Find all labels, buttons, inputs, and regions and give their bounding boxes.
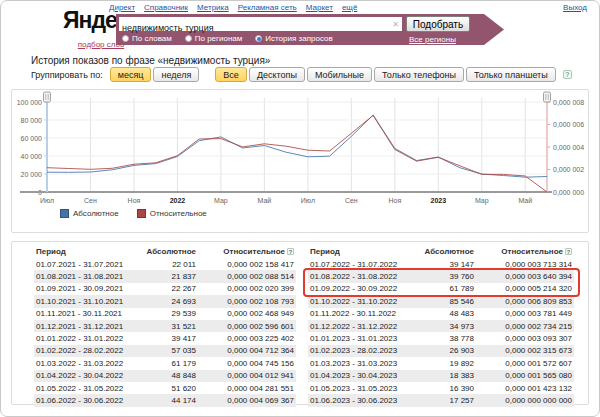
history-table-left: ПериодАбсолютноеОтносительное?01.07.2021… — [34, 245, 296, 407]
col-header-2: Относительное? — [196, 247, 296, 256]
range-slider-handle-right[interactable] — [544, 92, 551, 102]
regions-link[interactable]: Все регионы — [409, 35, 456, 44]
absolute-cell: 38 778 — [404, 334, 474, 343]
nav-link-3[interactable]: Рекламная сеть — [238, 3, 297, 12]
period-cell: 01.04.2022 - 30.04.2022 — [34, 371, 126, 380]
relative-cell: 0,000 006 809 853 — [474, 297, 574, 306]
mode-radio-1[interactable]: По регионам — [185, 34, 243, 43]
relative-cell: 0,000 001 423 132 — [474, 384, 574, 393]
relative-cell: 0,000 004 745 156 — [196, 359, 296, 368]
range-slider-handle-left[interactable] — [44, 92, 51, 102]
table-row: 01.09.2021 - 30.09.202122 2670,000 002 0… — [34, 283, 296, 295]
period-button-1[interactable]: неделя — [153, 67, 199, 82]
table-row: 01.04.2022 - 30.04.202248 8480,000 004 0… — [34, 370, 296, 382]
help-icon[interactable]: ? — [287, 248, 294, 255]
mode-label: По регионам — [195, 34, 243, 43]
device-buttons: ВсеДесктопыМобильныеТолько телефоныТольк… — [215, 67, 557, 82]
nav-link-4[interactable]: Маркет — [306, 3, 333, 12]
table-row: 01.02.2022 - 28.02.202257 0350,000 004 7… — [34, 345, 296, 357]
absolute-cell: 51 620 — [126, 384, 196, 393]
device-button-1[interactable]: Десктопы — [249, 67, 305, 82]
absolute-cell: 21 837 — [126, 272, 196, 281]
period-cell: 01.04.2023 - 30.04.2023 — [308, 371, 404, 380]
radio-icon — [255, 35, 262, 42]
legend-item-1[interactable]: Относительное — [137, 209, 207, 218]
period-cell: 01.05.2022 - 31.05.2022 — [34, 384, 126, 393]
clear-icon[interactable]: ✕ — [391, 20, 400, 29]
submit-button[interactable]: Подобрать — [406, 16, 470, 32]
chart-svg: ИюлСенНоя2022МарМайИюлСенНоя2023МарМай10… — [12, 90, 588, 208]
x-axis-tick: Ноя — [128, 197, 141, 204]
period-cell: 01.11.2021 - 30.11.2021 — [34, 309, 126, 318]
table-header: ПериодАбсолютноеОтносительное? — [308, 245, 574, 258]
relative-cell: 0,000 002 315 673 — [474, 346, 574, 355]
search-input[interactable] — [119, 21, 402, 35]
left-axis-tick: 100 000 — [17, 99, 42, 106]
group-by-label: Группировать по: — [31, 70, 103, 80]
device-button-2[interactable]: Мобильные — [307, 67, 372, 82]
absolute-cell: 29 539 — [126, 309, 196, 318]
table-row: 01.10.2021 - 31.10.202124 6930,000 002 1… — [34, 295, 296, 307]
x-axis-tick: 2023 — [431, 197, 447, 204]
series-line-1 — [47, 115, 547, 192]
period-button-0[interactable]: месяц — [110, 67, 152, 82]
device-button-0[interactable]: Все — [215, 67, 247, 82]
legend-item-0[interactable]: Абсолютное — [60, 209, 119, 218]
mode-radio-0[interactable]: По словам — [122, 34, 172, 43]
period-cell: 01.06.2022 - 30.06.2022 — [34, 396, 126, 405]
legend-label: Относительное — [150, 209, 207, 218]
nav-link-5[interactable]: ещё — [342, 3, 357, 12]
nav-link-1[interactable]: Справочник — [144, 3, 188, 12]
period-cell: 01.06.2023 - 30.06.2023 — [308, 396, 404, 405]
mode-label: По словам — [132, 34, 172, 43]
device-button-4[interactable]: Только планшеты — [466, 67, 556, 82]
absolute-cell: 39 147 — [404, 260, 474, 269]
period-cell: 01.07.2021 - 31.07.2021 — [34, 260, 126, 269]
absolute-cell: 61 789 — [404, 284, 474, 293]
logout-link[interactable]: Выход — [563, 3, 587, 12]
absolute-cell: 22 267 — [126, 284, 196, 293]
table-row: 01.10.2022 - 31.10.202285 5460,000 006 8… — [308, 295, 574, 307]
absolute-cell: 22 011 — [126, 260, 196, 269]
table-row: 01.05.2023 - 31.05.202316 3900,000 001 4… — [308, 382, 574, 394]
period-cell: 01.09.2022 - 30.09.2022 — [308, 284, 404, 293]
left-axis-tick: 20 000 — [21, 171, 43, 178]
x-axis-tick: Сен — [84, 197, 97, 204]
table-row: 01.12.2022 - 31.12.202234 9730,000 002 7… — [308, 320, 574, 332]
relative-cell: 0,000 004 012 941 — [196, 371, 296, 380]
relative-cell: 0,000 003 781 449 — [474, 309, 574, 318]
absolute-cell: 26 903 — [404, 346, 474, 355]
col-header-0: Период — [34, 247, 126, 256]
table-row: 01.04.2023 - 30.04.202318 3830,000 001 5… — [308, 370, 574, 382]
period-cell: 01.02.2023 - 28.02.2023 — [308, 346, 404, 355]
trend-chart: ИюлСенНоя2022МарМайИюлСенНоя2023МарМай10… — [11, 89, 589, 233]
relative-cell: 0,000 002 734 215 — [474, 322, 574, 331]
radio-icon — [122, 35, 129, 42]
series-line-0 — [47, 115, 547, 177]
relative-cell: 0,000 004 069 367 — [196, 396, 296, 405]
help-icon[interactable]: ? — [565, 248, 572, 255]
absolute-cell: 39 760 — [404, 272, 474, 281]
table-row: 01.05.2022 - 31.05.202251 6200,000 004 2… — [34, 382, 296, 394]
relative-cell: 0,000 001 572 607 — [474, 359, 574, 368]
relative-cell: 0,000 000 000 000 — [474, 396, 574, 405]
absolute-cell: 48 848 — [126, 371, 196, 380]
relative-cell: 0,000 003 225 402 — [196, 334, 296, 343]
nav-link-2[interactable]: Метрика — [197, 3, 229, 12]
chart-legend: АбсолютноеОтносительное — [60, 209, 207, 218]
table-row: 01.11.2021 - 30.11.202129 5390,000 002 4… — [34, 308, 296, 320]
absolute-cell: 48 483 — [404, 309, 474, 318]
x-axis-tick: Ноя — [388, 197, 401, 204]
absolute-cell: 31 521 — [126, 322, 196, 331]
period-buttons: месяцнеделя — [110, 67, 202, 82]
x-axis-tick: Мар — [214, 197, 228, 205]
legend-label: Абсолютное — [73, 209, 119, 218]
help-icon[interactable]: ? — [563, 70, 572, 79]
relative-cell: 0,000 005 214 320 — [474, 284, 574, 293]
period-cell: 01.03.2022 - 31.03.2022 — [34, 359, 126, 368]
right-axis-tick: 0,000 006 — [553, 121, 584, 128]
device-button-3[interactable]: Только телефоны — [374, 67, 464, 82]
period-cell: 01.09.2021 - 30.09.2021 — [34, 284, 126, 293]
mode-radio-2[interactable]: История запросов — [255, 34, 332, 43]
relative-cell: 0,000 002 088 514 — [196, 272, 296, 281]
